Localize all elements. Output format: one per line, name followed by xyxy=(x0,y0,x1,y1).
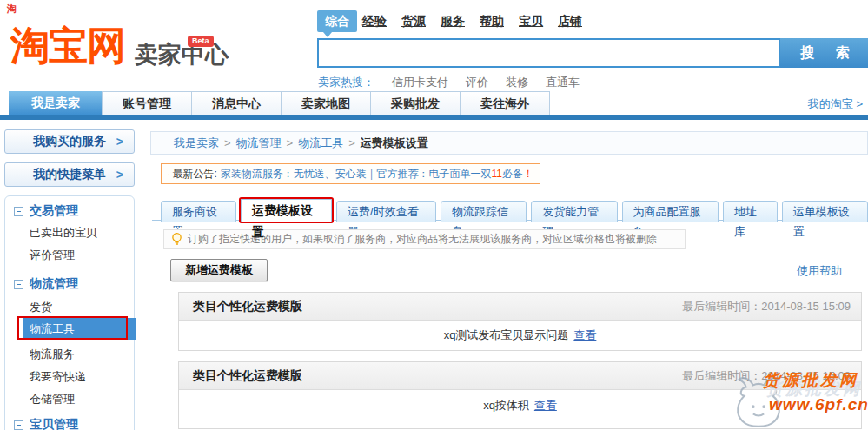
breadcrumb-current: 运费模板设置 xyxy=(361,136,428,149)
logistics-tool-tabs: 服务商设置 运费模板设置 运费/时效查看器 物流跟踪信息 发货能力管理 为商品配… xyxy=(161,199,868,222)
header-link-shop[interactable]: 店铺 xyxy=(558,14,582,30)
tab-waybill-template-settings[interactable]: 运单模板设置 xyxy=(782,201,868,222)
hot-link-decoration[interactable]: 装修 xyxy=(506,75,528,90)
nav-divider-strip xyxy=(0,115,868,120)
sidebar-item-logistics-tools[interactable]: 物流工具 xyxy=(23,318,136,340)
announcement-link-ewaybill-tail[interactable]: 必备 xyxy=(502,167,523,182)
my-purchased-services-label: 我购买的服务 xyxy=(33,134,106,149)
sidebar-item-rating-management[interactable]: 评价管理 xyxy=(30,247,75,264)
taobao-logo: 淘宝网 xyxy=(10,26,125,65)
breadcrumb: 我是卖家>物流管理>物流工具>运费模板设置 xyxy=(150,131,868,155)
seller-center-logo-text: 卖家中心 xyxy=(135,43,229,67)
announcement-bar: 最新公告: 家装物流服务：无忧送、安心装 ｜ 官方推荐：电子面单一双11必备！ xyxy=(161,163,540,184)
template-row: xq测试发布宝贝显示问题查看 xyxy=(179,321,861,350)
header-link-supply[interactable]: 货源 xyxy=(401,14,426,30)
breadcrumb-link-logistics-tools[interactable]: 物流工具 xyxy=(298,136,343,149)
header-link-service[interactable]: 服务 xyxy=(441,14,465,30)
template-card-header: 类目个性化运费模版 最后编辑时间：2014-08-15 15:08 xyxy=(179,362,861,390)
announcement-label: 最新公告: xyxy=(172,167,216,182)
sidebar-section-trade[interactable]: 交易管理 xyxy=(14,202,78,221)
help-link[interactable]: 使用帮助 xyxy=(797,263,842,279)
sidebar-section-logistics-label: 物流管理 xyxy=(30,276,78,292)
collapse-minus-icon[interactable] xyxy=(14,280,23,289)
breadcrumb-separator: > xyxy=(287,136,294,149)
announcement-divider: ｜ xyxy=(367,167,377,182)
tab-configure-service-for-items[interactable]: 为商品配置服务 xyxy=(622,201,719,222)
sidebar-item-ship[interactable]: 发货 xyxy=(30,299,52,316)
sidebar-section-items-label: 宝贝管理 xyxy=(30,417,78,430)
chevron-right-icon: > xyxy=(116,168,123,182)
collapse-minus-icon[interactable] xyxy=(14,207,23,216)
nav-tab-wholesale[interactable]: 采购批发 xyxy=(370,91,461,115)
new-shipping-template-button[interactable]: 新增运费模板 xyxy=(170,259,268,281)
sidebar-item-send-express[interactable]: 我要寄快递 xyxy=(30,368,86,386)
my-quick-menu-label: 我的快捷菜单 xyxy=(33,167,106,182)
header-nav-links: 经验 货源 服务 帮助 宝贝 店铺 xyxy=(362,14,582,30)
search-button[interactable]: 搜 索 xyxy=(780,38,868,68)
tab-service-provider-settings[interactable]: 服务商设置 xyxy=(161,201,236,222)
tab-shipping-template-settings[interactable]: 运费模板设置 xyxy=(241,199,332,222)
breadcrumb-link-logistics-mgmt[interactable]: 物流管理 xyxy=(236,136,282,149)
sidebar-item-sold-items[interactable]: 已卖出的宝贝 xyxy=(30,224,97,241)
sidebar-section-logistics[interactable]: 物流管理 xyxy=(14,275,78,294)
template-name: xq测试发布宝贝显示问题 xyxy=(444,328,569,341)
template-title: 类目个性化运费模版 xyxy=(179,368,302,384)
template-row: xq按体积查看 xyxy=(179,390,861,428)
tab-address-book[interactable]: 地址库 xyxy=(723,201,778,222)
nav-tab-seller-map[interactable]: 卖家地图 xyxy=(281,91,371,115)
announcement-link-home-logistics[interactable]: 家装物流服务：无忧送、安心装 xyxy=(221,167,367,182)
tab-shipping-time-viewer[interactable]: 运费/时效查看器 xyxy=(336,201,436,222)
hot-link-rating[interactable]: 评价 xyxy=(466,75,488,90)
template-card-header: 类目个性化运费模版 最后编辑时间：2014-08-15 15:09 xyxy=(179,293,861,321)
breadcrumb-link-seller[interactable]: 我是卖家 xyxy=(174,136,219,149)
hot-search-row: 卖家热搜： 信用卡支付 评价 装修 直通车 xyxy=(318,75,580,90)
sidebar-section-trade-label: 交易管理 xyxy=(30,203,78,219)
sidebar-menu-panel: 交易管理 已卖出的宝贝 评价管理 物流管理 发货 物流工具 物流服务 我要寄快递… xyxy=(4,195,135,430)
mini-taobao-glyph: 淘 xyxy=(7,3,17,16)
chevron-right-icon: > xyxy=(116,135,123,149)
template-card-1: 类目个性化运费模版 最后编辑时间：2014-08-15 15:09 xq测试发布… xyxy=(178,292,862,351)
template-last-edited: 最后编辑时间：2014-08-15 15:08 xyxy=(682,368,861,384)
announcement-highlight-11: 11 xyxy=(492,168,502,180)
template-name: xq按体积 xyxy=(483,399,529,412)
seller-center-page: 淘 淘宝网 卖家中心 Beta 综合 经验 货源 服务 帮助 宝贝 店铺 搜 索… xyxy=(0,0,868,430)
template-title: 类目个性化运费模版 xyxy=(179,299,302,314)
nav-tab-message-center[interactable]: 消息中心 xyxy=(191,91,282,115)
hot-link-zhitongche[interactable]: 直通车 xyxy=(546,75,580,90)
header-link-experience[interactable]: 经验 xyxy=(362,14,387,30)
view-link[interactable]: 查看 xyxy=(534,399,557,412)
tab-logistics-tracking[interactable]: 物流跟踪信息 xyxy=(441,201,527,222)
nav-tab-account[interactable]: 账号管理 xyxy=(102,91,192,115)
view-link[interactable]: 查看 xyxy=(573,328,596,341)
header-link-item[interactable]: 宝贝 xyxy=(519,14,543,30)
sidebar-item-logistics-services[interactable]: 物流服务 xyxy=(30,346,75,363)
nav-tab-overseas[interactable]: 卖往海外 xyxy=(460,91,550,115)
my-taobao-link[interactable]: 我的淘宝 > xyxy=(808,96,863,112)
nav-tab-i-am-seller[interactable]: 我是卖家 xyxy=(9,91,103,115)
main-nav-bar: 我是卖家 账号管理 消息中心 卖家地图 采购批发 卖往海外 我的淘宝 > xyxy=(0,91,868,115)
my-quick-menu-button[interactable]: 我的快捷菜单 > xyxy=(4,162,135,187)
collapse-minus-icon[interactable] xyxy=(14,420,23,430)
beta-badge: Beta xyxy=(188,36,214,47)
sidebar-section-items[interactable]: 宝贝管理 xyxy=(14,415,78,430)
tab-shipping-capacity[interactable]: 发货能力管理 xyxy=(531,201,617,222)
template-last-edited: 最后编辑时间：2014-08-15 15:09 xyxy=(682,299,861,314)
search-input[interactable] xyxy=(317,38,780,68)
announcement-exclamation: ！ xyxy=(523,167,533,182)
header-link-help[interactable]: 帮助 xyxy=(480,14,504,30)
hot-search-label: 卖家热搜： xyxy=(318,75,374,90)
search-category-button[interactable]: 综合 xyxy=(317,10,357,32)
lightbulb-icon xyxy=(171,232,182,247)
sidebar-item-warehouse[interactable]: 仓储管理 xyxy=(30,391,75,408)
category-pointer-icon xyxy=(323,32,332,37)
template-card-2: 类目个性化运费模版 最后编辑时间：2014-08-15 15:08 xq按体积查… xyxy=(178,361,862,429)
my-purchased-services-button[interactable]: 我购买的服务 > xyxy=(4,129,135,154)
hot-link-credit-card[interactable]: 信用卡支付 xyxy=(392,75,448,90)
breadcrumb-separator: > xyxy=(224,136,231,149)
breadcrumb-separator: > xyxy=(348,136,355,149)
tip-bar: 订购了指定快递的用户，如果取消了服务商，对应商品将无法展现该服务商，对应区域价格… xyxy=(163,229,686,249)
announcement-link-ewaybill[interactable]: 官方推荐：电子面单一双 xyxy=(377,167,492,182)
